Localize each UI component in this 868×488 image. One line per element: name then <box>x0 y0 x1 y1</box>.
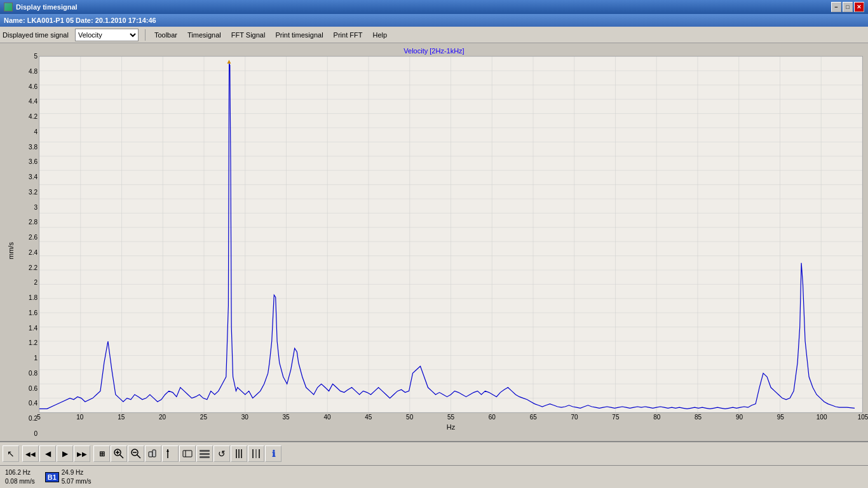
close-button[interactable]: ✕ <box>854 2 864 12</box>
chart-plot-area[interactable]: ▲ <box>39 56 863 413</box>
svg-marker-57 <box>166 449 169 452</box>
signal-type-dropdown[interactable]: Velocity Acceleration Displacement <box>75 29 139 41</box>
y-tick: 4.4 <box>29 98 37 105</box>
y-tick: 0.2 <box>29 415 37 422</box>
menu-toolbar[interactable]: Toolbar <box>152 30 180 40</box>
y-tick: 4.6 <box>29 83 37 90</box>
x-tick: 40 <box>323 414 330 421</box>
x-tick: 35 <box>283 414 290 421</box>
menu-print-timesignal[interactable]: Print timesignal <box>273 30 325 40</box>
x-tick: 80 <box>653 414 660 421</box>
y-tick: 1.4 <box>29 324 37 331</box>
x-tick: 85 <box>695 414 702 421</box>
chart-container: Velocity [2Hz-1kHz] mm/s 54.84.64.44.243… <box>0 43 868 441</box>
svg-rect-60 <box>200 450 210 452</box>
title-text: Display timesignal <box>16 3 78 11</box>
y-tick: 1.6 <box>29 309 37 316</box>
y-tick: 3.6 <box>29 158 37 165</box>
y-tick: 3 <box>34 203 37 210</box>
refresh-button[interactable]: ↺ <box>214 445 230 462</box>
window-controls: − □ ✕ <box>831 2 864 12</box>
x-tick: 90 <box>736 414 743 421</box>
svg-rect-54 <box>149 452 153 457</box>
x-tick: 55 <box>447 414 454 421</box>
menu-timesignal[interactable]: Timesignal <box>185 30 224 40</box>
minimize-button[interactable]: − <box>831 2 841 12</box>
zoom-out-button[interactable] <box>128 445 144 462</box>
signal-type-label: Displayed time signal <box>3 31 69 39</box>
pan-button[interactable] <box>145 445 161 462</box>
svg-rect-61 <box>200 453 210 455</box>
y-tick: 0.8 <box>29 369 37 376</box>
x-tick: 75 <box>612 414 619 421</box>
y-tick: 0.4 <box>29 400 37 407</box>
y-tick: 4.2 <box>29 113 37 120</box>
settings-button[interactable] <box>196 445 213 462</box>
b1-values: 24.9 Hz 5.07 mm/s <box>62 468 92 486</box>
x-tick: 45 <box>365 414 372 421</box>
zoom-in-button[interactable] <box>111 445 127 462</box>
zoom-prev-button[interactable]: ◀ <box>39 445 56 462</box>
y-tick: 0.6 <box>29 384 37 391</box>
chart-data <box>39 57 862 412</box>
y-tick: 0 <box>34 430 37 437</box>
y-tick: 1 <box>34 355 37 362</box>
x-tick: 20 <box>159 414 166 421</box>
title-bar: Display timesignal − □ ✕ <box>0 0 868 14</box>
bottom-toolbar: ↖ ◀◀ ◀ ▶ ▶▶ ⊞ ↺ ℹ <box>0 441 868 465</box>
menu-fft-signal[interactable]: FFT Signal <box>229 30 268 40</box>
menu-toolbar: Displayed time signal Velocity Accelerat… <box>0 27 868 43</box>
maximize-button[interactable]: □ <box>843 2 853 12</box>
harmonic-button[interactable] <box>231 445 247 462</box>
x-tick: 65 <box>530 414 537 421</box>
x-tick: 95 <box>777 414 784 421</box>
status-bar: 106.2 Hz 0.08 mm/s B1 24.9 Hz 5.07 mm/s <box>0 465 868 488</box>
y-tick: 2.2 <box>29 264 37 271</box>
x-tick: 70 <box>571 414 578 421</box>
svg-line-52 <box>137 455 141 459</box>
info-button[interactable]: ℹ <box>265 445 281 462</box>
cursor-x-freq: 106.2 Hz <box>5 468 35 477</box>
x-tick: 100 <box>817 414 827 421</box>
zoom-back-button[interactable]: ◀◀ <box>22 445 39 462</box>
measurement-name: Name: LKA001-P1 05 Date: 20.1.2010 17:14… <box>4 17 156 24</box>
svg-line-48 <box>120 455 124 459</box>
b1-label: B1 <box>45 472 59 482</box>
y-tick: 3.8 <box>29 143 37 150</box>
x-tick: 15 <box>118 414 125 421</box>
b1-freq: 24.9 Hz <box>62 468 92 477</box>
sideband-button[interactable] <box>248 445 264 462</box>
y-tick: 1.8 <box>29 294 37 301</box>
menu-help[interactable]: Help <box>370 30 390 40</box>
svg-rect-62 <box>200 456 210 458</box>
y-tick: 5 <box>34 53 37 60</box>
x-tick: 10 <box>76 414 83 421</box>
svg-rect-58 <box>183 451 192 457</box>
cursor-a-button[interactable] <box>162 445 179 462</box>
b1-marker: B1 24.9 Hz 5.07 mm/s <box>45 468 92 486</box>
y-axis-ticks: 54.84.64.44.243.83.63.43.232.82.62.42.22… <box>17 56 39 433</box>
zoom-next-button[interactable]: ▶ <box>57 445 73 462</box>
y-tick: 4.8 <box>29 67 37 74</box>
zoom-area-button[interactable]: ⊞ <box>93 445 110 462</box>
pointer-tool-button[interactable]: ↖ <box>3 445 19 462</box>
app-icon <box>4 3 13 11</box>
b1-amp: 5.07 mm/s <box>62 477 92 486</box>
y-tick: 2.8 <box>29 219 37 226</box>
y-tick: 3.2 <box>29 188 37 195</box>
peak-marker: ▲ <box>226 58 233 65</box>
y-tick: 2.6 <box>29 234 37 241</box>
cursor-x-amp: 0.08 mm/s <box>5 477 35 486</box>
menu-print-fft[interactable]: Print FFT <box>331 30 365 40</box>
y-tick: 2 <box>34 279 37 286</box>
cursor-b-button[interactable] <box>179 445 196 462</box>
zoom-forward-button[interactable]: ▶▶ <box>74 445 90 462</box>
y-axis-label: mm/s <box>5 56 17 433</box>
name-bar: Name: LKA001-P1 05 Date: 20.1.2010 17:14… <box>0 14 868 27</box>
cursor-x-status: 106.2 Hz 0.08 mm/s <box>5 468 35 486</box>
y-tick: 1.2 <box>29 339 37 346</box>
x-tick: 105 <box>858 414 868 421</box>
x-tick: 60 <box>489 414 496 421</box>
x-tick: 50 <box>406 414 413 421</box>
svg-rect-55 <box>153 450 156 457</box>
